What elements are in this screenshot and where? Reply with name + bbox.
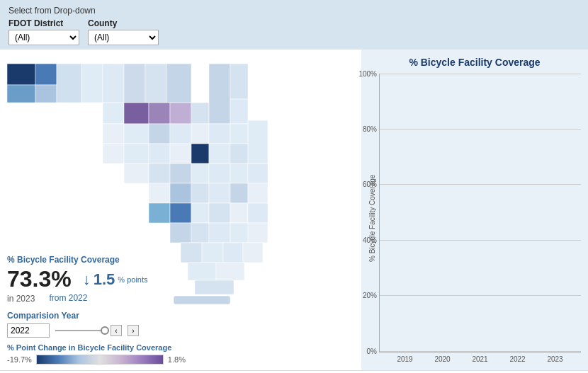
svg-rect-7 bbox=[103, 64, 124, 103]
svg-rect-44 bbox=[209, 183, 230, 203]
change-unit: % points bbox=[118, 275, 147, 284]
fdot-label: FDOT District bbox=[9, 18, 79, 28]
svg-rect-20 bbox=[124, 124, 149, 144]
down-arrow-icon: ↓ bbox=[83, 270, 91, 289]
stats-main-row: 73.3% ↓ 1.5 % points bbox=[7, 266, 213, 292]
x-axis-labels: 2019 2020 2021 2022 2023 bbox=[379, 352, 581, 363]
year-row: in 2023 from 2022 bbox=[7, 292, 213, 304]
left-panel: % Bicycle Facility Coverage 73.3% ↓ 1.5 … bbox=[0, 50, 361, 370]
svg-rect-29 bbox=[170, 144, 191, 163]
svg-rect-5 bbox=[57, 64, 81, 103]
svg-rect-11 bbox=[103, 103, 124, 124]
svg-rect-16 bbox=[209, 64, 230, 124]
select-label: Select from Drop-down bbox=[9, 6, 579, 16]
svg-rect-32 bbox=[230, 144, 248, 163]
bottom-bar: View on Tableau Public ↺ ↻ ↺ ↻ bbox=[0, 370, 588, 373]
slider-handle[interactable] bbox=[101, 326, 109, 335]
svg-rect-4 bbox=[35, 85, 57, 103]
svg-rect-12 bbox=[124, 103, 149, 124]
bars-row bbox=[380, 74, 581, 352]
svg-rect-42 bbox=[170, 183, 191, 203]
svg-rect-15 bbox=[191, 103, 209, 124]
svg-rect-3 bbox=[7, 85, 35, 103]
svg-rect-23 bbox=[191, 124, 209, 144]
svg-rect-52 bbox=[248, 203, 268, 223]
svg-rect-30 bbox=[191, 144, 209, 163]
svg-rect-22 bbox=[170, 124, 191, 144]
svg-rect-35 bbox=[149, 163, 170, 183]
coverage-title: % Bicycle Facility Coverage bbox=[7, 255, 213, 265]
dropdowns-row: FDOT District (All) District 1 District … bbox=[9, 18, 579, 45]
svg-rect-63 bbox=[216, 263, 244, 280]
svg-rect-25 bbox=[230, 124, 248, 144]
next-year-button[interactable]: › bbox=[128, 325, 139, 336]
svg-rect-6 bbox=[81, 64, 103, 103]
right-panel: % Bicycle Facility Coverage % Bicycle Fa… bbox=[361, 50, 588, 370]
svg-rect-14 bbox=[170, 103, 191, 124]
svg-rect-47 bbox=[149, 203, 170, 223]
main-value: 73.3% bbox=[7, 266, 72, 292]
svg-rect-50 bbox=[209, 203, 230, 223]
svg-rect-46 bbox=[248, 183, 268, 203]
svg-rect-38 bbox=[209, 163, 230, 183]
svg-rect-28 bbox=[149, 144, 170, 163]
prev-year-button[interactable]: ‹ bbox=[111, 325, 122, 336]
x-label-2019: 2019 bbox=[394, 355, 417, 363]
svg-rect-10 bbox=[166, 64, 191, 103]
gradient-bar bbox=[36, 355, 164, 365]
x-label-2021: 2021 bbox=[469, 355, 492, 363]
svg-rect-13 bbox=[149, 103, 170, 124]
svg-rect-9 bbox=[145, 64, 166, 103]
svg-rect-60 bbox=[223, 243, 243, 263]
svg-rect-56 bbox=[230, 223, 248, 243]
svg-rect-8 bbox=[124, 64, 145, 103]
svg-rect-19 bbox=[103, 124, 124, 144]
svg-rect-41 bbox=[149, 183, 170, 203]
chart-inner: 100% 80% 60% 40% bbox=[379, 74, 581, 363]
gradient-min: -19.7% bbox=[7, 355, 32, 364]
county-select[interactable]: (All) bbox=[88, 30, 159, 45]
y-axis-label: % Bicycle Facility Coverage bbox=[368, 74, 376, 363]
chart-container: % Bicycle Facility Coverage 100% 80% bbox=[368, 74, 581, 363]
comparison-row: ‹ › bbox=[7, 323, 213, 338]
svg-rect-43 bbox=[191, 183, 209, 203]
x-label-2020: 2020 bbox=[431, 355, 454, 363]
change-number: 1.5 bbox=[94, 270, 115, 289]
chart-title: % Bicycle Facility Coverage bbox=[368, 57, 581, 68]
svg-rect-34 bbox=[124, 163, 149, 183]
county-label: County bbox=[88, 18, 159, 28]
svg-rect-26 bbox=[103, 144, 124, 163]
svg-rect-18 bbox=[230, 99, 248, 124]
svg-rect-61 bbox=[243, 243, 263, 263]
svg-rect-54 bbox=[191, 223, 209, 243]
svg-rect-31 bbox=[209, 144, 230, 163]
comparison-section: Comparision Year ‹ › bbox=[7, 311, 213, 338]
svg-rect-51 bbox=[230, 203, 248, 223]
svg-rect-40 bbox=[248, 163, 268, 183]
main-content: % Bicycle Facility Coverage 73.3% ↓ 1.5 … bbox=[0, 50, 588, 370]
svg-rect-48 bbox=[170, 203, 191, 223]
from-year: from 2022 bbox=[49, 293, 87, 303]
svg-rect-45 bbox=[230, 183, 248, 203]
svg-rect-57 bbox=[248, 223, 268, 243]
slider-track[interactable] bbox=[55, 330, 105, 331]
gradient-section: % Point Change in Bicycle Facility Cover… bbox=[7, 343, 213, 365]
svg-rect-36 bbox=[170, 163, 191, 183]
svg-rect-2 bbox=[35, 64, 57, 85]
svg-rect-17 bbox=[230, 64, 248, 99]
fdot-select[interactable]: (All) District 1 District 2 District 3 D… bbox=[9, 30, 79, 45]
gradient-title: % Point Change in Bicycle Facility Cover… bbox=[7, 343, 213, 352]
x-label-2023: 2023 bbox=[544, 355, 567, 363]
x-label-2022: 2022 bbox=[507, 355, 529, 363]
svg-rect-33 bbox=[248, 120, 268, 163]
svg-rect-37 bbox=[191, 163, 209, 183]
svg-rect-53 bbox=[170, 223, 191, 243]
svg-rect-21 bbox=[149, 124, 170, 144]
comparison-year-input[interactable] bbox=[7, 323, 50, 338]
svg-rect-55 bbox=[209, 223, 230, 243]
svg-rect-24 bbox=[209, 124, 230, 144]
slider-area bbox=[55, 330, 105, 331]
chart-plot-area: 100% 80% 60% 40% bbox=[379, 74, 581, 352]
fdot-group: FDOT District (All) District 1 District … bbox=[9, 18, 79, 45]
comparison-label: Comparision Year bbox=[7, 311, 213, 321]
